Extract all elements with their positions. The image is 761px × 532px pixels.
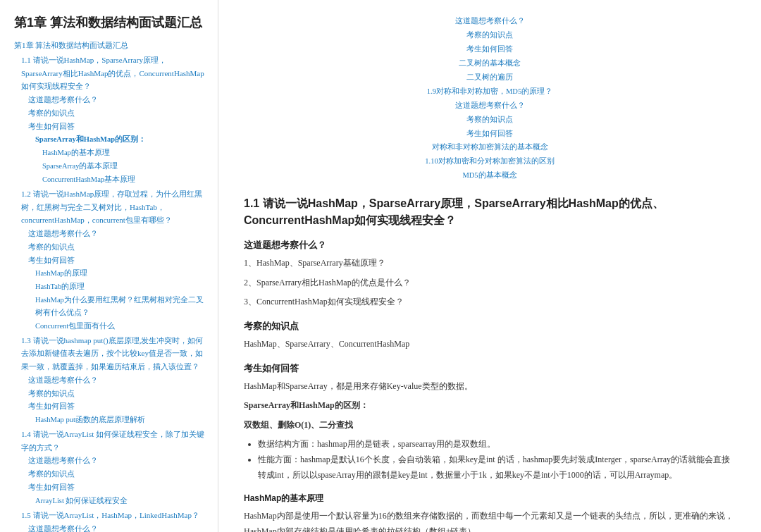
left-panel: 第1章 算法和数据结构面试题汇总 第1章 算法和数据结构面试题汇总 1.1 请说… (0, 0, 218, 532)
right-toc-item[interactable]: 1.10对称加密和分对称加密算法的区别 (244, 154, 736, 168)
right-toc-item[interactable]: 1.9对称和非对称加密，MD5的原理？ (244, 85, 736, 99)
subsection-paragraph: HashMap、SparseArrary、ConcurrentHashMap (244, 337, 736, 352)
toc-item[interactable]: 考察的知识点 (28, 468, 206, 481)
subsection-paragraph: SparseArray和HashMap的区别： (244, 398, 736, 414)
right-toc-item[interactable]: 二叉树的基本概念 (244, 56, 736, 70)
toc-item[interactable]: 这道题想考察什么？ (28, 454, 206, 467)
toc-section: 1.2 请说一说HashMap原理，存取过程，为什么用红黑树，红黑树与完全二叉树… (14, 187, 206, 333)
section-main-title: 1.1 请说一说HashMap，SparseArrary原理，SparseArr… (244, 195, 736, 229)
toc-section: 1.1 请说一说HashMap，SparseArrary原理，SparseArr… (14, 54, 206, 186)
toc-item[interactable]: HashMap的基本原理 (42, 147, 206, 159)
subsection-paragraph: HashMap内部是使用一个默认容量为16的数组来存储数据的，而数组中每一个元素… (244, 509, 736, 532)
toc-h2-item[interactable]: 1.3 请说一说hashmap put()底层原理,发生冲突时，如何去添加新键值… (21, 334, 206, 373)
subsection-paragraph: 双数组、删除O(1)、二分查找 (244, 418, 736, 433)
toc-item[interactable]: 这道题想考察什么？ (28, 228, 206, 240)
toc-item[interactable]: 考生如何回答 (28, 254, 206, 267)
list-item: 性能方面：hashmap是默认16个长度，会自动装箱，如果key是int 的话，… (258, 452, 736, 483)
toc-item[interactable]: Concurrent包里面有什么 (35, 320, 206, 333)
subsection-paragraph: HashMap和SparseArray，都是用来存储Key-value类型的数据… (244, 379, 736, 395)
toc-section: 1.3 请说一说hashmap put()底层原理,发生冲突时，如何去添加新键值… (14, 334, 206, 426)
toc-container: 1.1 请说一说HashMap，SparseArrary原理，SparseArr… (14, 54, 206, 532)
right-toc-item[interactable]: MD5的基本概念 (244, 168, 736, 183)
right-toc-item[interactable]: 考察的知识点 (244, 113, 736, 127)
right-panel: 这道题想考察什么？考察的知识点考生如何回答二叉树的基本概念二叉树的遍历1.9对称… (218, 0, 761, 532)
toc-item[interactable]: ConcurrentHashMap基本原理 (42, 173, 206, 186)
subsection-paragraph: 2、SparseArrary相比HashMap的优点是什么？ (244, 276, 736, 291)
toc-item[interactable]: 考察的知识点 (28, 107, 206, 120)
toc-item[interactable]: 考生如何回答 (28, 400, 206, 413)
toc-h2-item[interactable]: 1.5 请说一说ArrayList，HashMap，LinkedHashMap？ (21, 509, 206, 522)
right-toc-item[interactable]: 考察的知识点 (244, 28, 736, 42)
subsection-paragraph: 3、ConcurrentHashMap如何实现线程安全？ (244, 295, 736, 310)
toc-item[interactable]: 考生如何回答 (28, 481, 206, 494)
toc-item[interactable]: ArrayList 如何保证线程安全 (35, 495, 206, 507)
toc-h2-item[interactable]: 1.4 请说一说ArrayList 如何保证线程安全，除了加关键字的方式？ (21, 428, 206, 454)
subsection-paragraph: 1、HashMap、SparseArrary基础原理？ (244, 256, 736, 271)
toc-item[interactable]: 考生如何回答 (28, 120, 206, 133)
toc-item[interactable]: 考察的知识点 (28, 388, 206, 400)
subsection-heading: 考生如何回答 (244, 362, 736, 375)
toc-item[interactable]: HashMap为什么要用红黑树？红黑树相对完全二叉树有什么优点？ (35, 294, 206, 319)
right-toc-item[interactable]: 这道题想考察什么？ (244, 14, 736, 28)
toc-item[interactable]: SparseArray的基本原理 (42, 160, 206, 173)
subsection-list: 数据结构方面：hashmap用的是链表，sparsearray用的是双数组。性能… (258, 437, 736, 483)
subsection-heading: HashMap的基本原理 (244, 493, 736, 505)
list-item: 数据结构方面：hashmap用的是链表，sparsearray用的是双数组。 (258, 437, 736, 452)
subsection-heading: 这道题想考察什么？ (244, 239, 736, 252)
toc-item[interactable]: HashMap put函数的底层原理解析 (35, 414, 206, 426)
right-top-toc: 这道题想考察什么？考察的知识点考生如何回答二叉树的基本概念二叉树的遍历1.9对称… (244, 14, 736, 183)
right-toc-item[interactable]: 考生如何回答 (244, 127, 736, 141)
right-toc-item[interactable]: 对称和非对称加密算法的基本概念 (244, 140, 736, 154)
toc-h2-item[interactable]: 1.1 请说一说HashMap，SparseArrary原理，SparseArr… (21, 54, 206, 93)
toc-item[interactable]: 这道题想考察什么？ (28, 523, 206, 532)
page-title: 第1章 算法和数据结构面试题汇总 (14, 14, 206, 32)
toc-section: 1.4 请说一说ArrayList 如何保证线程安全，除了加关键字的方式？这道题… (14, 428, 206, 507)
right-toc-item[interactable]: 二叉树的遍历 (244, 70, 736, 85)
subsection-heading: 考察的知识点 (244, 320, 736, 333)
toc-item[interactable]: SparseArray和HashMap的区别： (35, 133, 206, 146)
toc-item[interactable]: 考察的知识点 (28, 241, 206, 254)
toc-main-link[interactable]: 第1章 算法和数据结构面试题汇总 (14, 39, 206, 52)
toc-item[interactable]: 这道题想考察什么？ (28, 94, 206, 106)
toc-h2-item[interactable]: 1.2 请说一说HashMap原理，存取过程，为什么用红黑树，红黑树与完全二叉树… (21, 187, 206, 227)
right-toc-item[interactable]: 这道题想考察什么？ (244, 99, 736, 113)
right-content: 这道题想考察什么？1、HashMap、SparseArrary基础原理？2、Sp… (244, 239, 736, 532)
toc-item[interactable]: HashMap的原理 (35, 267, 206, 280)
toc-item[interactable]: 这道题想考察什么？ (28, 374, 206, 387)
toc-section: 1.5 请说一说ArrayList，HashMap，LinkedHashMap？… (14, 509, 206, 532)
toc-item[interactable]: HashTab的原理 (35, 280, 206, 293)
right-toc-item[interactable]: 考生如何回答 (244, 42, 736, 56)
